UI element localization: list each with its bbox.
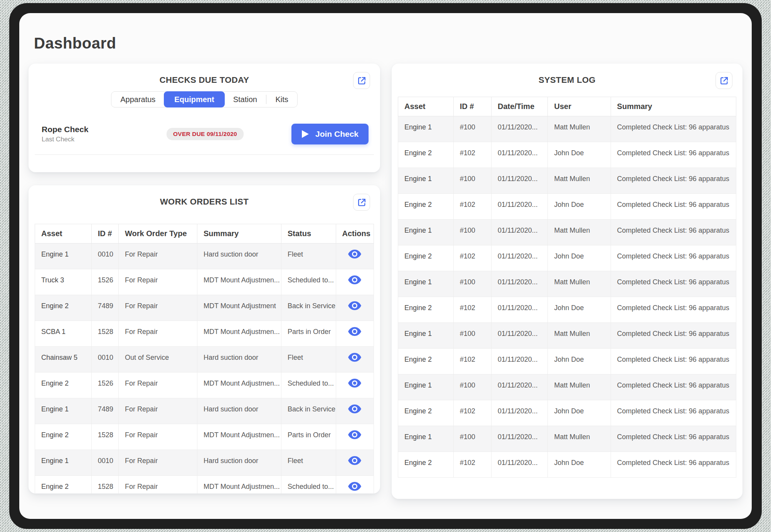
checks-card-header: CHECKS DUE TODAY [29,64,380,85]
view-work-order-button[interactable] [348,250,361,258]
system-log-row-cell-asset: Engine 2 [398,349,454,374]
system-log-row-cell-asset: Engine 2 [398,297,454,323]
work-order-row-cell-asset: Engine 2 [35,295,92,321]
work-order-row-cell-summary: MDT Mount Adjustmen... [197,321,281,347]
work-order-row-cell-summary: MDT Mount Adjustmen... [197,424,281,450]
system-log-row-cell-asset: Engine 1 [398,323,454,349]
work-orders-popout-button[interactable] [353,194,370,211]
system-log-header: SYSTEM LOG [392,64,742,85]
column-header-user: User [548,97,611,116]
checks-card-title: CHECKS DUE TODAY [29,75,380,85]
column-header-status: Status [281,224,336,243]
system-log-row-cell-datetime: 01/11/2020... [492,194,548,220]
system-log-row: Engine 1#10001/11/2020...Matt MullenComp… [398,168,736,194]
system-log-row-cell-summary: Completed Check List: 96 apparatus [611,426,736,452]
eye-icon [348,430,361,439]
eye-icon [348,301,361,310]
left-column: CHECKS DUE TODAY ApparatusEquipmentStati… [29,64,380,493]
system-log-row-cell-datetime: 01/11/2020... [492,168,548,194]
work-order-row-cell-type: For Repair [119,373,197,398]
system-log-row-cell-user: Matt Mullen [548,426,611,452]
work-order-row-cell-status: Fleet [281,347,336,373]
system-log-row-cell-user: Matt Mullen [548,116,611,142]
eye-icon [348,275,361,284]
eye-icon [348,353,361,362]
system-log-row-cell-user: John Doe [548,349,611,374]
checks-popout-button[interactable] [353,72,370,89]
system-log-row-header-row: AssetID #Date/TimeUserSummary [398,97,736,116]
work-order-row: Engine 10010For RepairHard suction doorF… [35,450,374,476]
system-log-row-cell-id: #100 [453,220,491,245]
view-work-order-button[interactable] [348,404,361,413]
work-order-row-cell-actions [336,398,374,424]
work-order-row-cell-asset: Engine 1 [35,450,92,476]
work-order-row-cell-actions [336,295,374,321]
system-log-row: Engine 2#10201/11/2020...John DoeComplet… [398,142,736,168]
work-order-row-cell-id: 1528 [91,476,118,494]
column-header-date-time: Date/Time [492,97,548,116]
work-order-row-cell-status: Fleet [281,243,336,269]
work-order-row: SCBA 11528For RepairMDT Mount Adjustmen.… [35,321,374,347]
system-log-row-cell-datetime: 01/11/2020... [492,245,548,271]
view-work-order-button[interactable] [348,482,361,491]
system-log-row-cell-user: Matt Mullen [548,271,611,297]
system-log-row-cell-datetime: 01/11/2020... [492,400,548,426]
work-order-row-cell-type: For Repair [119,243,197,269]
work-order-row-cell-id: 1528 [91,424,118,450]
system-log-row-cell-user: John Doe [548,245,611,271]
work-order-row-cell-asset: Truck 3 [35,269,92,295]
eye-icon [348,456,361,465]
system-log-row-cell-user: John Doe [548,297,611,323]
system-log-row-cell-user: Matt Mullen [548,374,611,400]
system-log-row-cell-asset: Engine 1 [398,374,454,400]
system-log-row-cell-summary: Completed Check List: 96 apparatus [611,194,736,220]
work-orders-title: WORK ORDERS LIST [29,197,380,207]
system-log-row-cell-id: #100 [453,116,491,142]
join-check-button[interactable]: Join Check [291,124,369,144]
system-log-row: Engine 2#10201/11/2020...John DoeComplet… [398,349,736,374]
tab-apparatus[interactable]: Apparatus [111,92,164,107]
view-work-order-button[interactable] [348,379,361,388]
work-order-row-cell-id: 1528 [91,321,118,347]
work-order-row-cell-status: Fleet [281,450,336,476]
column-header-id-: ID # [453,97,491,116]
work-order-row-cell-asset: Engine 1 [35,243,92,269]
view-work-order-button[interactable] [348,301,361,310]
system-log-row-cell-datetime: 01/11/2020... [492,297,548,323]
view-work-order-button[interactable] [348,353,361,362]
work-order-row-cell-id: 1526 [91,373,118,398]
work-order-row-cell-asset: Engine 2 [35,424,92,450]
system-log-row-cell-id: #102 [453,194,491,220]
page-title: Dashboard [34,35,742,52]
view-work-order-button[interactable] [348,275,361,284]
work-order-row-cell-status: Parts in Order [281,424,336,450]
work-order-row-cell-summary: Hard suction door [197,347,281,373]
work-order-row-cell-id: 1526 [91,269,118,295]
app-screen: Dashboard CHECKS DUE TODAY [19,13,752,519]
system-log-row-cell-asset: Engine 1 [398,168,454,194]
view-work-order-button[interactable] [348,430,361,439]
tab-station[interactable]: Station [224,92,266,107]
work-order-row-cell-actions [336,450,374,476]
system-log-row-cell-user: Matt Mullen [548,323,611,349]
work-order-row-cell-type: Out of Service [119,347,197,373]
system-log-popout-button[interactable] [715,72,732,89]
external-link-icon [357,198,367,207]
system-log-row-cell-summary: Completed Check List: 96 apparatus [611,349,736,374]
view-work-order-button[interactable] [348,327,361,336]
work-order-row: Engine 27489For RepairMDT Mount Adjustme… [35,295,374,321]
system-log-row-cell-summary: Completed Check List: 96 apparatus [611,220,736,245]
check-name-block: Rope Check Last Check [42,125,167,143]
overdue-badge: OVER DUE 09/11/2020 [167,128,244,140]
tab-kits[interactable]: Kits [266,92,297,107]
work-order-row-cell-type: For Repair [119,398,197,424]
tab-equipment[interactable]: Equipment [164,91,224,107]
system-log-row-cell-datetime: 01/11/2020... [492,426,548,452]
system-log-row: Engine 2#10201/11/2020...John DoeComplet… [398,245,736,271]
system-log-row-cell-user: Matt Mullen [548,220,611,245]
view-work-order-button[interactable] [348,456,361,465]
system-log-row-cell-id: #102 [453,297,491,323]
system-log-table: AssetID #Date/TimeUserSummaryEngine 1#10… [398,97,736,478]
system-log-row-cell-summary: Completed Check List: 96 apparatus [611,374,736,400]
system-log-row-cell-user: John Doe [548,452,611,478]
